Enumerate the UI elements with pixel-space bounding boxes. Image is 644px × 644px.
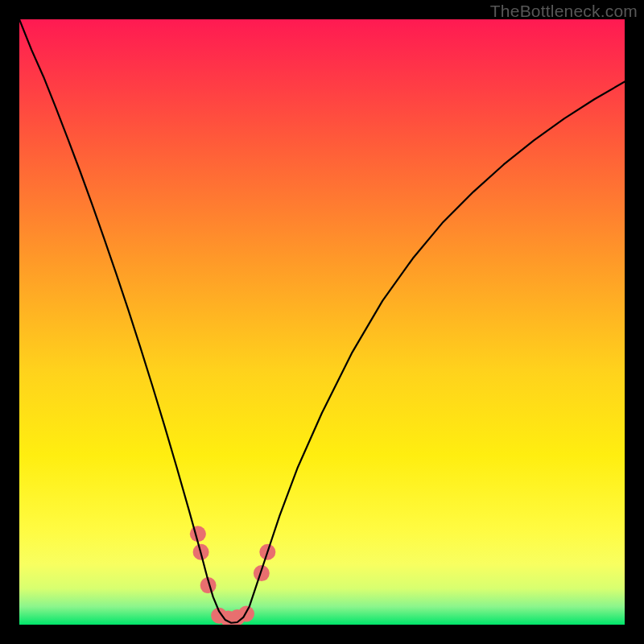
watermark-text: TheBottleneck.com <box>490 2 638 21</box>
chart-frame <box>19 19 625 625</box>
gradient-background <box>19 19 625 625</box>
chart-plot <box>19 19 625 625</box>
